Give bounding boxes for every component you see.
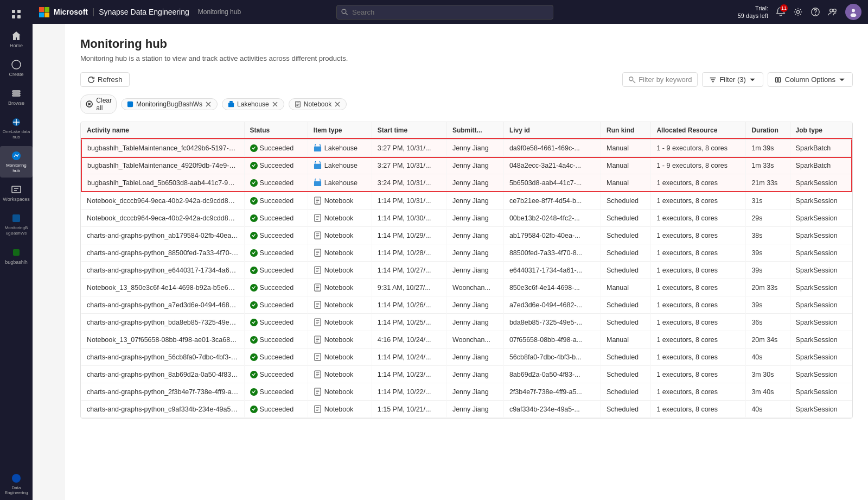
table-row[interactable]: bugbashlh_TableMaintenance_fc0429b6-5197… — [81, 139, 852, 157]
settings-icon[interactable] — [793, 7, 803, 17]
sidebar-apps[interactable] — [0, 4, 33, 24]
status-text: Succeeded — [260, 284, 294, 292]
sidebar-item-dataeng[interactable]: Data Engineering — [0, 469, 33, 500]
notebook-icon — [314, 249, 322, 257]
table-row[interactable]: charts-and-graphs-python_2f3b4e7f-738e-4… — [81, 383, 852, 401]
cell-duration: 1m 39s — [746, 139, 790, 157]
chip-notebook-label: Notebook — [304, 100, 331, 108]
item-type-label: Notebook — [324, 214, 354, 222]
table-row[interactable]: Notebook_13_850e3c6f-4e14-4698-b92a-b5e6… — [81, 279, 852, 296]
sidebar-item-monitoring-ws[interactable]: MonitoringB ugBashWs — [0, 208, 33, 240]
sidebar-item-bugbashlh[interactable]: bugbashlh — [0, 243, 33, 269]
table-row[interactable]: charts-and-graphs-python_ab179584-02fb-4… — [81, 227, 852, 244]
svg-point-19 — [830, 9, 833, 12]
cell-item-type: Notebook — [308, 366, 372, 383]
cell-start-time: 1:15 PM, 10/21/... — [372, 401, 446, 418]
table-row[interactable]: charts-and-graphs-python_c9af334b-234e-4… — [81, 401, 852, 418]
cell-start-time: 9:31 AM, 10/27/... — [372, 279, 446, 296]
item-type-label: Notebook — [324, 353, 354, 361]
main-content: Monitoring hub Monitoring hub is a stati… — [65, 24, 868, 500]
item-type-cell: Notebook — [314, 197, 366, 205]
item-type-cell: Notebook — [314, 388, 366, 396]
lakehouse-icon — [314, 144, 322, 152]
search-input[interactable] — [336, 5, 553, 20]
column-options-button[interactable]: Column Options — [768, 72, 853, 87]
cell-item-type: Notebook — [308, 349, 372, 366]
notification-count: 11 — [780, 4, 788, 12]
filter-button[interactable]: Filter (3) — [702, 72, 763, 87]
chip-workspace[interactable]: MonitoringBugBashWs — [121, 98, 218, 110]
clear-all-button[interactable]: Clear all — [80, 94, 117, 114]
check-icon — [251, 145, 256, 150]
col-start-time: Start time — [372, 122, 446, 139]
cell-submitted: Jenny Jiang — [446, 296, 503, 314]
svg-point-9 — [12, 151, 21, 160]
cell-run-kind: Scheduled — [601, 192, 650, 210]
sidebar-item-onelake[interactable]: OneLake data hub — [0, 112, 33, 144]
sidebar-item-home[interactable]: Home — [0, 26, 33, 53]
cell-job-type: SparkBatch — [790, 139, 852, 157]
chip-close-icon[interactable] — [205, 101, 212, 107]
notebook-icon — [314, 283, 322, 292]
search-bar — [336, 5, 553, 20]
refresh-label: Refresh — [98, 75, 123, 84]
col-submitted: Submitt... — [446, 122, 503, 139]
sidebar-item-workspaces[interactable]: Workspaces — [0, 180, 33, 206]
cell-livy-id: 850e3c6f-4e14-4698-... — [503, 279, 601, 296]
item-type-label: Notebook — [324, 197, 354, 205]
cell-status: Succeeded — [244, 227, 308, 244]
filter-input[interactable]: Filter by keyword — [622, 72, 698, 87]
item-type-cell: Notebook — [314, 405, 366, 413]
sidebar-item-create[interactable]: Create — [0, 55, 33, 81]
cell-item-type: Notebook — [308, 383, 372, 401]
sidebar-label-home: Home — [10, 43, 23, 48]
avatar[interactable] — [845, 4, 861, 20]
filter-icon — [709, 76, 717, 84]
hub-name: Monitoring hub — [198, 8, 241, 16]
cell-status: Succeeded — [244, 349, 308, 366]
sidebar-item-browse[interactable]: Browse — [0, 84, 33, 110]
cell-submitted: Jenny Jiang — [446, 349, 503, 366]
refresh-button[interactable]: Refresh — [80, 72, 130, 87]
people-icon[interactable] — [828, 7, 838, 17]
help-icon[interactable] — [810, 7, 820, 17]
item-type-label: Notebook — [324, 284, 354, 292]
cell-start-time: 1:14 PM, 10/31/... — [372, 192, 446, 210]
chip-close-icon2[interactable] — [272, 101, 278, 107]
clear-icon — [85, 100, 93, 108]
table-row[interactable]: bugbashlh_TableLoad_5b6503d8-aab4-41c7-9… — [81, 174, 852, 192]
chip-notebook[interactable]: Notebook — [289, 98, 347, 110]
table-row[interactable]: bugbashlh_TableMaintenance_4920f9db-74e9… — [81, 157, 852, 174]
clear-all-label: Clear all — [96, 97, 112, 112]
notebook-icon — [314, 301, 322, 309]
table-row[interactable]: charts-and-graphs-python_8ab69d2a-0a50-4… — [81, 366, 852, 383]
table-row[interactable]: Notebook_dcccb964-9eca-40b2-942a-dc9cdd8… — [81, 210, 852, 227]
status-dot — [250, 267, 258, 274]
table-row[interactable]: charts-and-graphs-python_88500fed-7a33-4… — [81, 244, 852, 262]
svg-line-25 — [633, 80, 635, 83]
item-type-cell: Lakehouse — [314, 161, 366, 169]
table-row[interactable]: charts-and-graphs-python_a7ed3d6e-0494-4… — [81, 296, 852, 314]
cell-submitted: Jenny Jiang — [446, 383, 503, 401]
table-row[interactable]: charts-and-graphs-python_e6440317-1734-4… — [81, 262, 852, 279]
chip-lakehouse[interactable]: Lakehouse — [222, 98, 284, 110]
sidebar-item-monitoring[interactable]: Monitoring hub — [0, 146, 33, 178]
cell-item-type: Notebook — [308, 210, 372, 227]
notebook-icon — [314, 214, 322, 222]
chip-close-icon3[interactable] — [334, 101, 341, 107]
table-row[interactable]: charts-and-graphs-python_56cb8fa0-7dbc-4… — [81, 349, 852, 366]
status-badge: Succeeded — [250, 144, 302, 152]
status-text: Succeeded — [260, 406, 294, 413]
item-type-cell: Lakehouse — [314, 144, 366, 152]
status-text: Succeeded — [260, 144, 294, 152]
table-header-row: Activity name Status Item type Start tim… — [81, 122, 852, 139]
notification-area[interactable]: 11 — [776, 7, 786, 18]
table-row[interactable]: charts-and-graphs-python_bda8eb85-7325-4… — [81, 314, 852, 331]
cell-duration: 1m 33s — [746, 157, 790, 174]
status-text: Succeeded — [260, 319, 294, 326]
table-row[interactable]: Notebook_dcccb964-9eca-40b2-942a-dc9cdd8… — [81, 192, 852, 210]
cell-allocated: 1 - 9 executors, 8 cores — [651, 139, 746, 157]
svg-point-18 — [815, 14, 816, 15]
table-row[interactable]: Notebook_13_07f65658-08bb-4f98-ae01-3ca6… — [81, 331, 852, 349]
cell-duration: 3m 30s — [746, 366, 790, 383]
